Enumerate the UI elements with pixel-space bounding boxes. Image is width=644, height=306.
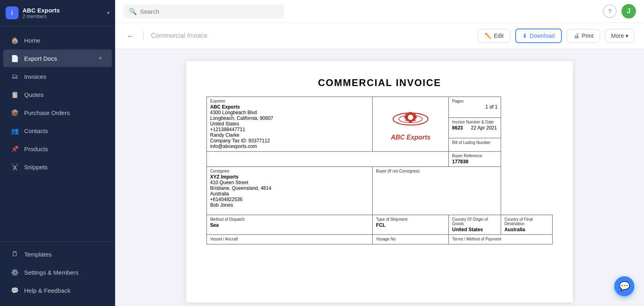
contacts-icon: 👥 xyxy=(10,126,19,135)
org-name: ABC Exports xyxy=(23,7,107,14)
exporter-label: Exporter xyxy=(210,99,369,103)
snippets-icon: ✂️ xyxy=(10,162,19,171)
company-logo xyxy=(390,107,431,131)
org-info: ABC Exports 2 members xyxy=(23,7,107,19)
terms-cell: Terms / Method of Payment xyxy=(449,235,553,244)
help-button[interactable]: ? xyxy=(603,4,617,18)
sidebar-item-settings[interactable]: ⚙️ Settings & Members xyxy=(3,263,112,281)
consignee-name: XYZ Imports xyxy=(210,174,369,180)
edit-icon: ✏️ xyxy=(485,33,491,39)
quotes-icon: 📋 xyxy=(10,90,19,99)
sidebar-bottom: 🗒 Templates ⚙️ Settings & Members 💬 Help… xyxy=(0,241,115,306)
consignee-cell: Consignee XYZ Imports 410 Queen Street B… xyxy=(207,167,373,215)
exporter-address2: Longbeach, California, 90807 xyxy=(210,115,369,121)
bol-cell: Bill of Lading Number xyxy=(449,138,501,152)
sidebar-item-label: Purchase Orders xyxy=(24,109,105,116)
sidebar-item-invoices[interactable]: 🗂 Invoices xyxy=(3,68,112,85)
buyer-ref-row xyxy=(207,152,449,167)
invoice-number: 6623 xyxy=(452,125,463,131)
sidebar-item-snippets[interactable]: ✂️ Snippets xyxy=(3,158,112,176)
sidebar-item-label: Contacts xyxy=(24,127,105,134)
sidebar-nav: 🏠 Home 📄 Export Docs + 🗂 Invoices 📋 Quot… xyxy=(0,26,115,241)
doc-title: Commercial Invoice xyxy=(151,32,473,39)
sidebar-item-export-docs[interactable]: 📄 Export Docs + xyxy=(3,49,112,67)
consignee-phone: +61404822536 xyxy=(210,197,369,202)
sidebar-item-help[interactable]: 💬 Help & Feedback xyxy=(3,281,112,299)
sidebar-item-label: Export Docs xyxy=(24,55,96,62)
doc-toolbar: ← Commercial Invoice ✏️ Edit ⬇ Download … xyxy=(115,23,644,49)
exporter-tax: Company Tax ID: 93377112 xyxy=(210,138,369,144)
destination-value: Australia xyxy=(504,227,549,232)
chevron-down-icon: ▾ xyxy=(625,33,628,39)
sidebar-item-label: Products xyxy=(24,146,105,152)
origin-value: United States xyxy=(452,227,497,232)
chevron-down-icon: ▾ xyxy=(107,10,109,16)
templates-icon: 🗒 xyxy=(10,250,19,259)
sidebar-item-label: Snippets xyxy=(24,164,105,170)
shipment-cell: Type of Shipment FCL xyxy=(373,215,449,235)
print-icon: 🖨 xyxy=(574,33,579,39)
org-logo: i xyxy=(6,6,19,19)
svg-rect-6 xyxy=(415,116,417,119)
topbar: 🔍 ? J xyxy=(115,0,644,23)
org-members: 2 members xyxy=(23,14,107,19)
exporter-address1: 4300 Longbeach Blvd xyxy=(210,110,369,115)
purchase-orders-icon: 📦 xyxy=(10,108,19,117)
sidebar-item-label: Help & Feedback xyxy=(24,287,105,294)
invoice-date: 22 Apr 2021 xyxy=(471,125,497,131)
download-button[interactable]: ⬇ Download xyxy=(515,29,562,43)
buyer-cell: Buyer (If not Consignee) xyxy=(373,167,501,215)
products-icon: 📌 xyxy=(10,144,19,153)
edit-button[interactable]: ✏️ Edit xyxy=(478,29,510,43)
exporter-phone: +121388447711 xyxy=(210,127,369,132)
sidebar-item-label: Templates xyxy=(24,251,105,258)
sidebar-item-label: Settings & Members xyxy=(24,269,105,276)
sidebar-item-purchase-orders[interactable]: 📦 Purchase Orders xyxy=(3,104,112,121)
sidebar-item-home[interactable]: 🏠 Home xyxy=(3,31,112,49)
vessel-cell: Vessel / Aircraft xyxy=(207,235,373,244)
avatar[interactable]: J xyxy=(621,4,636,18)
svg-rect-7 xyxy=(405,116,407,119)
help-icon: 💬 xyxy=(10,286,19,295)
svg-rect-4 xyxy=(409,112,412,114)
home-icon: 🏠 xyxy=(10,36,19,45)
download-icon: ⬇ xyxy=(522,33,527,39)
dispatch-cell: Method of Dispatch Sea xyxy=(207,215,373,235)
invoice-document: COMMERCIAL INVOICE Exporter ABC Exports … xyxy=(186,61,573,302)
print-button[interactable]: 🖨 Print xyxy=(567,29,600,43)
buyer-ref-cell: Buyer Reference 177838 xyxy=(449,152,501,167)
more-button[interactable]: More ▾ xyxy=(605,29,634,43)
org-header[interactable]: i ABC Exports 2 members ▾ xyxy=(0,0,115,26)
search-input[interactable] xyxy=(140,8,279,15)
voyage-cell: Voyage No xyxy=(373,235,449,244)
sidebar-item-label: Home xyxy=(24,37,105,44)
pages-cell: Pages 1 of 1 xyxy=(449,97,501,118)
toolbar-divider xyxy=(143,31,144,41)
exporter-name: ABC Exports xyxy=(210,104,369,110)
chat-button[interactable]: 💬 xyxy=(614,276,634,296)
sidebar-item-label: Quotes xyxy=(24,91,105,98)
back-button[interactable]: ← xyxy=(125,30,136,42)
sidebar-item-quotes[interactable]: 📋 Quotes xyxy=(3,86,112,103)
buyer-ref: 177838 xyxy=(452,159,497,164)
sidebar-item-label: Invoices xyxy=(24,73,105,80)
invoice-number-cell: Invoice Number & Date 6623 22 Apr 2021 xyxy=(449,117,501,138)
shipment-value: FCL xyxy=(376,222,445,228)
document-area: COMMERCIAL INVOICE Exporter ABC Exports … xyxy=(115,49,644,306)
sidebar-item-contacts[interactable]: 👥 Contacts xyxy=(3,122,112,140)
main-content: 🔍 ? J ← Commercial Invoice ✏️ Edit ⬇ Dow… xyxy=(115,0,644,306)
dispatch-value: Sea xyxy=(210,222,369,228)
exporter-email: info@abcexports.com xyxy=(210,144,369,149)
invoice-title: COMMERCIAL INVOICE xyxy=(206,77,553,88)
search-box[interactable]: 🔍 xyxy=(123,4,284,18)
add-export-doc-button[interactable]: + xyxy=(96,54,105,63)
pages-value: 1 of 1 xyxy=(452,104,497,110)
sidebar-item-templates[interactable]: 🗒 Templates xyxy=(3,245,112,263)
logo-cell: ABC Exports xyxy=(373,97,449,152)
exporter-cell: Exporter ABC Exports 4300 Longbeach Blvd… xyxy=(207,97,373,152)
search-icon: 🔍 xyxy=(129,8,137,15)
sidebar-item-products[interactable]: 📌 Products xyxy=(3,140,112,158)
logo-text: ABC Exports xyxy=(376,134,445,141)
export-docs-icon: 📄 xyxy=(10,54,19,63)
origin-cell: Country Of Origin of Goods United States xyxy=(449,215,501,235)
